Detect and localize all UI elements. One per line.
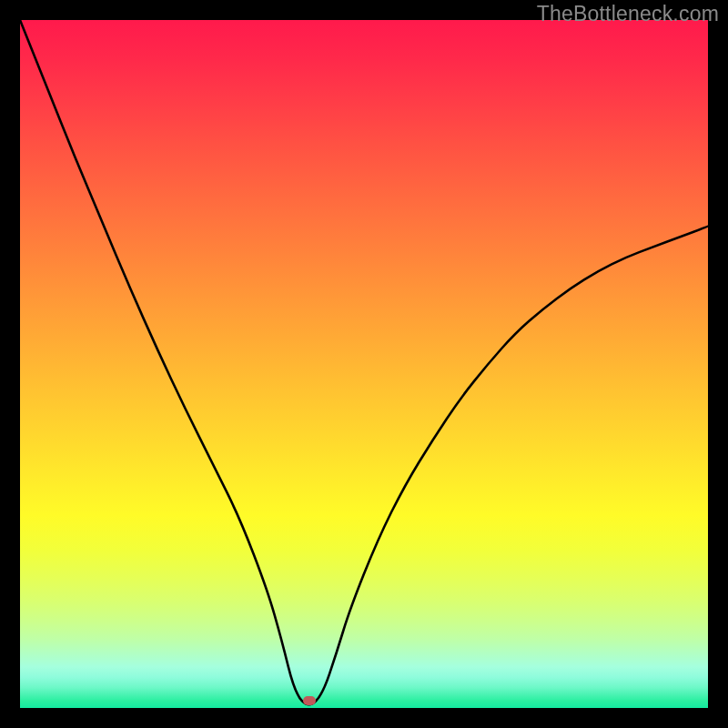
watermark-text: TheBottleneck.com: [537, 2, 719, 26]
curve-path: [20, 20, 708, 704]
chart-frame: TheBottleneck.com: [0, 0, 728, 728]
minimum-marker: [303, 696, 316, 705]
plot-area: [20, 20, 708, 708]
bottleneck-curve: [20, 20, 708, 708]
